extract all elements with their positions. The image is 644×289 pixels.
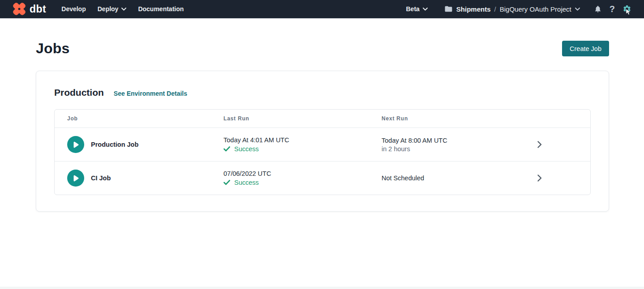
nav-item-develop[interactable]: Develop [61, 5, 86, 13]
mouse-cursor-icon [626, 8, 631, 15]
column-header-next-run: Next Run [382, 115, 489, 122]
create-job-button[interactable]: Create Job [562, 41, 609, 56]
play-icon [73, 174, 79, 182]
bell-icon [594, 4, 602, 13]
next-run-cell: Today At 8:00 AM UTC in 2 hours [382, 137, 489, 153]
last-run-cell: 07/06/2022 UTC Success [223, 170, 382, 186]
job-cell: Production Job [55, 136, 223, 153]
help-button[interactable]: ? [610, 4, 615, 14]
breadcrumb: Shipments / BigQuery OAuth Project [444, 5, 580, 13]
breadcrumb-separator: / [494, 5, 496, 13]
next-run-time: Not Scheduled [382, 174, 489, 182]
environment-title: Production [54, 87, 104, 98]
column-header-last-run: Last Run [223, 115, 382, 122]
check-icon [223, 146, 230, 152]
column-header-job: Job [55, 115, 223, 122]
settings-button[interactable] [623, 4, 631, 13]
last-run-time: Today At 4:01 AM UTC [223, 136, 382, 144]
run-job-button[interactable] [67, 136, 84, 153]
last-run-status: Success [223, 145, 382, 153]
table-row-production-job[interactable]: Production Job Today At 4:01 AM UTC Succ… [55, 128, 590, 161]
nav-item-documentation[interactable]: Documentation [138, 5, 184, 13]
last-run-time: 07/06/2022 UTC [223, 170, 382, 177]
see-environment-details-link[interactable]: See Environment Details [114, 90, 187, 97]
job-cell: CI Job [55, 170, 223, 187]
environment-header: Production See Environment Details [54, 87, 591, 98]
breadcrumb-environment-label: BigQuery OAuth Project [500, 5, 571, 13]
last-run-cell: Today At 4:01 AM UTC Success [223, 136, 382, 153]
status-badge: Success [234, 179, 259, 186]
breadcrumb-environment-dropdown[interactable]: BigQuery OAuth Project [500, 5, 580, 13]
job-name: Production Job [91, 141, 138, 148]
next-run-relative: in 2 hours [382, 145, 489, 153]
last-run-status: Success [223, 179, 382, 186]
notifications-button[interactable] [594, 4, 602, 13]
job-name: CI Job [91, 174, 111, 182]
beta-dropdown[interactable]: Beta [406, 5, 427, 13]
beta-label: Beta [406, 5, 419, 13]
jobs-table: Job Last Run Next Run Production Job Tod… [54, 109, 591, 195]
jobs-table-header: Job Last Run Next Run [55, 110, 590, 128]
top-navbar: dbt Develop Deploy Documentation Beta Sh… [0, 0, 644, 18]
question-mark-icon: ? [610, 4, 615, 14]
next-run-time: Today At 8:00 AM UTC [382, 137, 489, 144]
check-icon [223, 180, 230, 185]
table-row-ci-job[interactable]: CI Job 07/06/2022 UTC Success Not Schedu… [55, 161, 590, 195]
dbt-logo-text: dbt [30, 3, 46, 15]
main-content: Jobs Create Job Production See Environme… [0, 18, 644, 212]
row-open-cell [489, 141, 590, 148]
dbt-logo[interactable]: dbt [12, 1, 46, 17]
page-title: Jobs [36, 40, 70, 57]
row-open-cell [489, 174, 590, 182]
play-icon [73, 141, 79, 149]
nav-item-deploy[interactable]: Deploy [98, 5, 127, 13]
nav-menu: Develop Deploy Documentation [61, 5, 184, 13]
next-run-cell: Not Scheduled [382, 174, 489, 182]
dbt-logo-icon [12, 1, 27, 17]
run-job-button[interactable] [67, 170, 84, 187]
environment-card: Production See Environment Details Job L… [36, 71, 609, 212]
chevron-down-icon [423, 8, 428, 11]
chevron-right-icon[interactable] [537, 141, 542, 148]
nav-item-deploy-label: Deploy [98, 5, 119, 13]
page-header: Jobs Create Job [36, 40, 609, 57]
navbar-right: Beta Shipments / BigQuery OAuth Project [406, 4, 631, 14]
status-badge: Success [234, 145, 259, 153]
chevron-down-icon [575, 8, 580, 11]
chevron-down-icon [121, 8, 126, 11]
folder-icon [444, 5, 453, 13]
bottom-strip [0, 287, 644, 289]
breadcrumb-project[interactable]: Shipments [456, 5, 491, 13]
nav-item-documentation-label: Documentation [138, 5, 184, 13]
chevron-right-icon[interactable] [537, 174, 542, 182]
nav-item-develop-label: Develop [61, 5, 86, 13]
